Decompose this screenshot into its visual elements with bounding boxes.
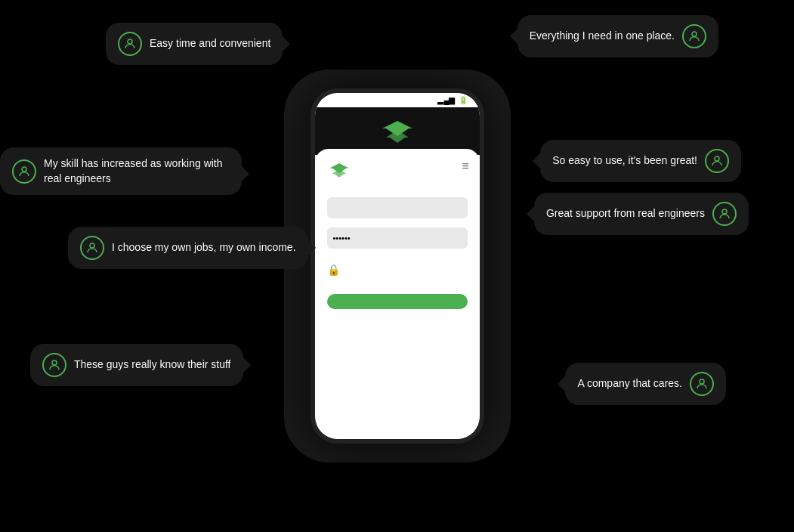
bubble-text-great-support: Great support from real engineers — [546, 206, 705, 221]
lock-icon: 🔒 — [327, 264, 340, 276]
bubble-text-choose-jobs: I choose my own jobs, my own income. — [112, 240, 296, 255]
hamburger-icon[interactable]: ≡ — [462, 159, 468, 173]
svg-point-9 — [722, 209, 727, 214]
svg-point-8 — [90, 243, 94, 248]
status-icons: ▂▄▆ 🔋 — [437, 96, 467, 104]
bubble-text-easy-time: Easy time and convenient — [150, 36, 270, 51]
svg-marker-3 — [332, 169, 346, 178]
bubble-text-everything-one-place: Everything I need in one place. — [530, 29, 675, 44]
login-form: ≡ 🔒 — [315, 149, 480, 439]
verification-row: 🔒 — [327, 264, 468, 276]
svg-point-11 — [700, 379, 704, 384]
bubble-easy-time: Easy time and convenient — [106, 23, 283, 65]
avatar-icon — [42, 353, 66, 377]
bubble-text-really-know: These guys really know their stuff — [74, 357, 231, 373]
signal-icon: ▂▄▆ — [437, 96, 455, 104]
svg-point-7 — [715, 156, 719, 161]
svg-point-4 — [128, 39, 132, 44]
logo-container — [378, 119, 416, 146]
avatar-icon — [682, 24, 706, 48]
app-header — [315, 107, 480, 155]
avatar-icon — [705, 149, 729, 173]
bubble-company-cares: A company that cares. — [565, 363, 726, 405]
bubble-great-support: Great support from real engineers — [534, 193, 749, 235]
bubble-text-skill-increased: My skill has increased as working with r… — [44, 156, 230, 186]
avatar-icon — [712, 202, 737, 226]
svg-point-5 — [692, 32, 697, 36]
username-field-group — [327, 196, 468, 218]
phone-mockup: ▂▄▆ 🔋 ≡ — [310, 88, 484, 444]
bubble-text-company-cares: A company that cares. — [577, 376, 682, 391]
username-input[interactable] — [327, 197, 468, 218]
svg-marker-1 — [386, 130, 409, 143]
avatar-icon — [12, 159, 36, 184]
svg-point-6 — [22, 167, 26, 172]
bubble-really-know: These guys really know their stuff — [30, 344, 243, 386]
phone-screen: ▂▄▆ 🔋 ≡ — [315, 93, 480, 439]
bubble-skill-increased: My skill has increased as working with r… — [0, 147, 242, 195]
logo-icon — [378, 119, 416, 146]
status-bar: ▂▄▆ 🔋 — [315, 93, 480, 107]
small-logo-icon — [327, 161, 468, 185]
login-button[interactable] — [327, 294, 468, 309]
bubble-easy-to-use: So easy to use, it's been great! — [540, 140, 741, 182]
bubble-text-easy-to-use: So easy to use, it's been great! — [552, 153, 697, 169]
avatar-icon — [690, 372, 714, 396]
password-input[interactable] — [327, 227, 468, 249]
battery-icon: 🔋 — [459, 96, 468, 104]
avatar-icon — [118, 32, 142, 56]
password-field-group — [327, 226, 468, 249]
bubble-everything-one-place: Everything I need in one place. — [517, 15, 718, 57]
svg-point-10 — [52, 360, 57, 365]
bubble-choose-jobs: I choose my own jobs, my own income. — [68, 227, 308, 269]
avatar-icon — [80, 236, 104, 260]
